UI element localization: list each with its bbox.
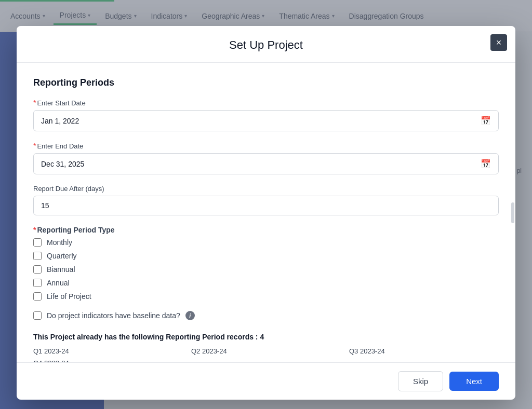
skip-button[interactable]: Skip — [398, 371, 443, 391]
due-after-label: Report Due After (days) — [33, 185, 499, 193]
baseline-checkbox[interactable] — [33, 311, 42, 320]
start-date-field-group: * Enter Start Date 📅 — [33, 99, 499, 131]
record-item: Q1 2023-24 — [33, 347, 183, 355]
life-of-project-checkbox[interactable] — [33, 292, 42, 301]
modal-title: Set Up Project — [33, 38, 499, 52]
scroll-indicator — [511, 202, 514, 223]
modal-body: Reporting Periods * Enter Start Date 📅 *… — [17, 63, 515, 362]
due-after-text-input[interactable] — [41, 201, 491, 210]
start-date-text-input[interactable] — [41, 117, 481, 125]
close-icon: × — [496, 38, 502, 47]
quarterly-checkbox[interactable] — [33, 252, 42, 260]
close-button[interactable]: × — [490, 34, 507, 51]
biannual-label: Biannual — [47, 265, 75, 274]
modal-header: Set Up Project × — [17, 26, 515, 63]
checkbox-quarterly[interactable]: Quarterly — [33, 252, 499, 260]
calendar-icon[interactable]: 📅 — [481, 159, 491, 169]
records-section: This Project already has the following R… — [33, 333, 499, 362]
section-title-reporting-periods: Reporting Periods — [33, 77, 499, 88]
info-icon[interactable]: i — [185, 311, 195, 320]
records-grid: Q1 2023-24 Q2 2023-24 Q3 2023-24 Q4 2023… — [33, 347, 499, 362]
due-after-input[interactable] — [33, 196, 499, 215]
checkbox-monthly[interactable]: Monthly — [33, 238, 499, 247]
annual-label: Annual — [47, 279, 70, 287]
quarterly-label: Quarterly — [47, 252, 77, 260]
end-date-label: * Enter End Date — [33, 142, 499, 150]
record-item: Q3 2023-24 — [349, 347, 499, 355]
end-date-input[interactable]: 📅 — [33, 153, 499, 174]
annual-checkbox[interactable] — [33, 279, 42, 287]
end-date-text-input[interactable] — [41, 160, 481, 168]
record-item: Q2 2023-24 — [191, 347, 341, 355]
required-asterisk: * — [33, 142, 36, 150]
end-date-field-group: * Enter End Date 📅 — [33, 142, 499, 174]
monthly-label: Monthly — [47, 238, 72, 247]
baseline-label: Do project indicators have baseline data… — [47, 311, 180, 320]
required-asterisk: * — [33, 226, 36, 234]
checkbox-annual[interactable]: Annual — [33, 279, 499, 287]
setup-project-modal: Set Up Project × Reporting Periods * Ent… — [17, 26, 515, 400]
biannual-checkbox[interactable] — [33, 265, 42, 274]
period-type-checkbox-group: Monthly Quarterly Biannual Annual — [33, 238, 499, 301]
start-date-label: * Enter Start Date — [33, 99, 499, 107]
checkbox-life-of-project[interactable]: Life of Project — [33, 292, 499, 301]
start-date-input[interactable]: 📅 — [33, 110, 499, 131]
modal-footer: Skip Next — [17, 362, 515, 400]
life-of-project-label: Life of Project — [47, 292, 91, 301]
calendar-icon[interactable]: 📅 — [481, 116, 491, 126]
required-asterisk: * — [33, 99, 36, 107]
monthly-checkbox[interactable] — [33, 238, 42, 247]
due-after-field-group: Report Due After (days) — [33, 185, 499, 215]
next-button[interactable]: Next — [449, 372, 499, 391]
period-type-field-group: * Reporting Period Type Monthly Quarterl… — [33, 226, 499, 301]
records-title: This Project already has the following R… — [33, 333, 499, 341]
period-type-label: * Reporting Period Type — [33, 226, 499, 234]
modal-overlay: Set Up Project × Reporting Periods * Ent… — [0, 0, 532, 409]
checkbox-biannual[interactable]: Biannual — [33, 265, 499, 274]
baseline-checkbox-group[interactable]: Do project indicators have baseline data… — [33, 311, 499, 320]
